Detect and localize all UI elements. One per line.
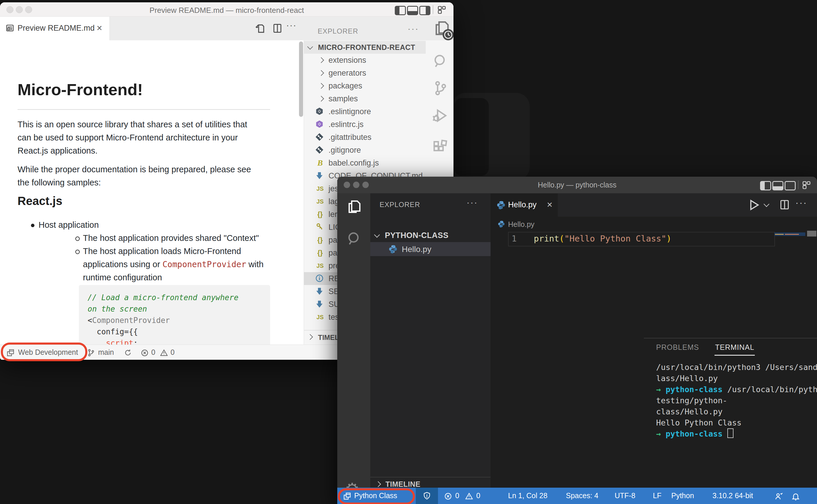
json-file-icon: {} (315, 235, 325, 245)
run-python-file-icon[interactable] (747, 198, 760, 212)
eol-sequence[interactable]: LF (653, 491, 661, 500)
split-editor-icon[interactable] (779, 199, 790, 210)
tree-file--eslintrc-js[interactable]: .eslintrc.js (304, 118, 426, 131)
explorer-more-icon[interactable]: ··· (408, 24, 419, 34)
errors-count: 0 (151, 348, 155, 357)
language-mode[interactable]: Python (671, 491, 694, 500)
titlebar[interactable]: Hello.py — python-class (337, 177, 817, 193)
md-heading1: Micro-Frontend! (18, 80, 143, 99)
md-file-icon (315, 287, 325, 296)
run-debug-icon[interactable] (432, 107, 449, 124)
minimap[interactable] (774, 232, 805, 236)
sidebar-title: EXPLORER (380, 201, 420, 209)
toggle-sidebar-icon[interactable] (760, 181, 771, 190)
warnings-icon[interactable] (465, 492, 473, 500)
tab-preview-readme[interactable]: Preview README.md ✕ (0, 17, 110, 40)
tab-bar: Preview README.md ✕ ··· EXPLORER ··· (0, 17, 453, 40)
annotation-web-development (1, 343, 87, 361)
cursor-position[interactable]: Ln 1, Col 28 (508, 491, 547, 500)
workspace-trust-segment[interactable] (416, 488, 438, 504)
md-rule (18, 109, 270, 110)
warnings-count: 0 (171, 348, 175, 357)
shield-icon (423, 491, 431, 500)
active-tab-underline (715, 355, 755, 356)
clock-badge-icon (442, 29, 453, 41)
tree-file--eslintignore[interactable]: .eslintignore (304, 105, 426, 118)
tree-item-label: babel.config.js (328, 159, 379, 168)
more-actions-icon[interactable]: ··· (286, 20, 297, 30)
sidebar-more-icon[interactable]: ··· (467, 197, 478, 207)
code-line[interactable]: print("Hello Python Class") (534, 234, 671, 244)
vscode-window-dark: Hello.py — python-class ⚙ EXPLORER ··· P… (337, 177, 817, 504)
encoding[interactable]: UTF-8 (615, 491, 635, 500)
window-title: Preview README.md — micro-frontend-react (0, 6, 453, 15)
js-file-icon: JS (315, 197, 325, 206)
tree-item-hello-py[interactable]: Hello.py (370, 242, 491, 256)
branch-status-item[interactable]: main (98, 348, 114, 357)
timeline-label: TIMELINE (385, 480, 420, 489)
tree-folder-samples[interactable]: samples (304, 92, 426, 105)
split-editor-icon[interactable] (272, 23, 283, 34)
tab-close-icon[interactable]: ✕ (96, 24, 102, 32)
tree-file-babel-config-js[interactable]: Bbabel.config.js (304, 157, 426, 169)
tab-close-icon[interactable]: ✕ (547, 201, 553, 209)
js-file-icon: JS (315, 261, 325, 270)
json-file-icon: {} (315, 210, 325, 219)
toggle-secondary-sidebar-icon[interactable] (785, 181, 796, 190)
divider (433, 5, 433, 14)
layout-customize-icon[interactable] (437, 5, 447, 15)
toggle-panel-icon[interactable] (772, 181, 783, 190)
tree-root-row[interactable]: MICRO-FRONTEND-REACT (304, 41, 426, 54)
more-actions-icon[interactable]: ··· (795, 197, 807, 208)
python-interpreter[interactable]: 3.10.2 64-bit (712, 491, 753, 500)
toggle-secondary-sidebar-icon[interactable] (419, 6, 430, 15)
sync-icon[interactable] (124, 349, 132, 357)
titlebar[interactable]: Preview README.md — micro-frontend-react (0, 2, 453, 17)
search-icon[interactable] (432, 53, 449, 69)
chevron-right-icon (318, 70, 324, 76)
js-file-icon: JS (315, 184, 325, 193)
extensions-icon[interactable] (432, 139, 449, 155)
errors-icon[interactable] (141, 349, 149, 357)
notifications-bell-icon[interactable] (791, 492, 800, 501)
md-file-icon (315, 300, 325, 309)
tree-item-label: .eslintrc.js (328, 120, 364, 129)
md-list-item: The host application provides shared "Co… (83, 232, 259, 245)
feedback-person-icon[interactable] (774, 492, 783, 501)
toggle-sidebar-icon[interactable] (395, 6, 406, 15)
errors-icon[interactable] (444, 492, 452, 500)
tab-hello-py[interactable]: Hello.py ✕ (491, 193, 558, 217)
search-icon[interactable] (346, 231, 362, 247)
run-dropdown-icon[interactable] (764, 201, 769, 207)
editor-group: Hello.py ✕ ··· Hello.py 1 print("Hello P… (491, 193, 817, 488)
wallpaper-shape (454, 98, 489, 176)
warnings-icon[interactable] (160, 349, 168, 357)
chevron-right-icon (318, 83, 324, 89)
eslint-purple-file-icon (315, 120, 325, 129)
explorer-activity-icon[interactable] (346, 199, 362, 216)
tab-problems[interactable]: PROBLEMS (656, 343, 699, 352)
tree-file--gitignore[interactable]: .gitignore (304, 144, 426, 157)
explorer-activity-icon[interactable] (433, 19, 451, 39)
layout-customize-icon[interactable] (802, 180, 811, 190)
json-file-icon: {} (315, 248, 325, 258)
tree-folder-generators[interactable]: generators (304, 67, 426, 79)
tab-terminal[interactable]: TERMINAL (715, 343, 754, 352)
tree-folder-extensions[interactable]: extensions (304, 54, 426, 67)
git-file-icon (315, 145, 325, 155)
md-file-icon (315, 171, 325, 180)
tree-item-label: generators (328, 69, 366, 78)
tree-root-row[interactable]: PYTHON-CLASS (370, 229, 491, 242)
tree-file--gitattributes[interactable]: .gitattributes (304, 131, 426, 144)
minimap-slider[interactable] (807, 231, 816, 237)
terminal-output[interactable]: /usr/local/bin/python3 /Users/sandy081/w… (656, 362, 817, 439)
warnings-count: 0 (476, 491, 480, 500)
js-file-icon: JS (315, 312, 325, 322)
preview-scrollbar[interactable] (299, 41, 303, 117)
chevron-right-icon (318, 96, 324, 102)
source-control-icon[interactable] (432, 80, 449, 96)
tree-folder-packages[interactable]: packages (304, 79, 426, 92)
indentation[interactable]: Spaces: 4 (566, 491, 598, 500)
open-source-icon[interactable] (255, 23, 266, 34)
toggle-panel-icon[interactable] (407, 6, 418, 15)
